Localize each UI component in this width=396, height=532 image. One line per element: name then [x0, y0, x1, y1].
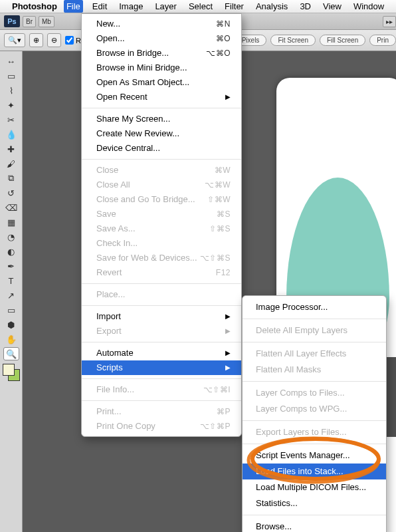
submenu-arrow-icon: ▶ [225, 325, 231, 337]
tool-crop[interactable]: ✂ [3, 113, 19, 126]
fit-screen-button[interactable]: Fit Screen [270, 35, 316, 46]
tool-brush[interactable]: 🖌 [3, 157, 19, 170]
menu-item-open[interactable]: Open...⌘O [82, 31, 241, 46]
menu-item-label: Revert [96, 267, 122, 279]
menu-layer[interactable]: Layer [152, 0, 179, 13]
print-size-button[interactable]: Prin [369, 35, 396, 46]
zoom-tool-icon[interactable]: 🔍▾ [4, 33, 25, 47]
scripts-submenu: Image Processor...Delete All Empty Layer… [242, 295, 387, 532]
submenu-arrow-icon: ▶ [225, 347, 231, 359]
zoom-out-icon[interactable]: ⊖ [47, 33, 61, 47]
menu-item-browse-in-bridge[interactable]: Browse in Bridge...⌥⌘O [82, 46, 241, 61]
menu-edit[interactable]: Edit [90, 0, 110, 13]
file-menu: New...⌘NOpen...⌘OBrowse in Bridge...⌥⌘OB… [81, 13, 242, 437]
menu-shortcut: ⇧⌘W [207, 194, 231, 205]
tool-type[interactable]: T [3, 274, 19, 287]
menu-item-label: Open As Smart Object... [96, 76, 189, 88]
menu-item-open-as-smart-object[interactable]: Open As Smart Object... [82, 75, 241, 90]
menu-shortcut: ⌘O [216, 33, 231, 45]
submenu-item-statistics[interactable]: Statistics... [243, 495, 386, 511]
menu-item-label: Close All [96, 179, 130, 191]
menu-item-label: New... [96, 18, 120, 30]
submenu-item-image-processor[interactable]: Image Processor... [243, 299, 386, 315]
menu-3d[interactable]: 3D [297, 0, 314, 13]
submenu-item-label: Load Files into Stack... [256, 466, 344, 477]
tool-3d[interactable]: ⬢ [3, 318, 19, 331]
menu-item-label: Automate [96, 347, 134, 359]
menu-item-create-new-review[interactable]: Create New Review... [82, 126, 241, 141]
menu-item-close-and-go-to-bridge: Close and Go To Bridge...⇧⌘W [82, 192, 241, 207]
tool-eyedropper[interactable]: 💧 [3, 128, 19, 141]
tool-dodge[interactable]: ◐ [3, 245, 19, 258]
zoom-in-icon[interactable]: ⊕ [29, 33, 43, 47]
submenu-item-label: Image Processor... [256, 301, 328, 313]
tool-path[interactable]: ↗ [3, 289, 19, 302]
tool-zoom[interactable]: 🔍 [3, 347, 19, 360]
menu-item-label: File Info... [96, 384, 134, 396]
submenu-item-label: Export Layers to Files... [256, 426, 347, 438]
menu-separator [243, 319, 386, 319]
menu-shortcut: ⌥⇧⌘I [203, 384, 231, 396]
panel-collapse-icon[interactable]: ▸▸ [383, 16, 396, 27]
menu-window[interactable]: Window [351, 0, 387, 13]
menu-item-label: Close [96, 164, 118, 176]
menu-item-browse-in-mini-bridge[interactable]: Browse in Mini Bridge... [82, 61, 241, 75]
menu-filter[interactable]: Filter [222, 0, 247, 13]
tools-panel: ↔ ▭ ⌇ ✦ ✂ 💧 ✚ 🖌 ⧉ ↺ ⌫ ▦ ◔ ◐ ✒ T ↗ ▭ ⬢ ✋ … [0, 51, 23, 532]
submenu-arrow-icon: ▶ [225, 91, 231, 103]
tool-move[interactable]: ↔ [3, 55, 19, 68]
submenu-item-load-multiple-dicom-files[interactable]: Load Multiple DICOM Files... [243, 479, 386, 495]
fill-screen-button[interactable]: Fill Screen [320, 35, 365, 46]
tool-marquee[interactable]: ▭ [3, 69, 19, 82]
minibridge-button[interactable]: Mb [39, 16, 54, 27]
tool-hand[interactable]: ✋ [3, 332, 19, 346]
menu-image[interactable]: Image [116, 0, 146, 13]
submenu-arrow-icon: ▶ [225, 362, 231, 374]
menu-shortcut: ⌘S [217, 208, 231, 220]
menu-file[interactable]: File [64, 0, 83, 13]
menu-item-save-for-web-devices: Save for Web & Devices...⌥⇧⌘S [82, 251, 241, 265]
menu-item-share-my-screen[interactable]: Share My Screen... [82, 112, 241, 126]
menu-item-new[interactable]: New...⌘N [82, 17, 241, 31]
tool-stamp[interactable]: ⧉ [3, 172, 19, 185]
menu-item-label: Print... [96, 406, 122, 418]
menu-item-scripts[interactable]: Scripts▶ [82, 360, 241, 375]
submenu-item-label: Statistics... [256, 497, 298, 509]
menu-select[interactable]: Select [186, 0, 215, 13]
tool-wand[interactable]: ✦ [3, 98, 19, 112]
menu-item-label: Save for Web & Devices... [96, 252, 197, 264]
color-swatches[interactable] [3, 364, 20, 381]
menu-item-automate[interactable]: Automate▶ [82, 346, 241, 360]
tool-gradient[interactable]: ▦ [3, 215, 19, 229]
menu-separator [243, 381, 386, 382]
menu-item-label: Share My Screen... [96, 113, 170, 125]
menu-item-label: Close and Go To Bridge... [96, 194, 195, 205]
tool-heal[interactable]: ✚ [3, 142, 19, 156]
app-name[interactable]: Photoshop [12, 1, 57, 11]
menu-separator [243, 420, 386, 421]
tool-history[interactable]: ↺ [3, 186, 19, 200]
menu-shortcut: ⌥⇧⌘P [200, 420, 231, 432]
resize-checkbox-input[interactable] [65, 36, 74, 45]
menu-item-label: Export [96, 325, 122, 337]
bridge-button[interactable]: Br [23, 16, 36, 27]
menu-item-print: Print...⌘P [82, 404, 241, 419]
foreground-color[interactable] [3, 364, 15, 376]
menu-item-open-recent[interactable]: Open Recent▶ [82, 90, 241, 104]
menu-item-device-central[interactable]: Device Central... [82, 141, 241, 156]
menu-item-export: Export▶ [82, 324, 241, 338]
submenu-item-load-files-into-stack[interactable]: Load Files into Stack... [243, 464, 386, 479]
menu-analysis[interactable]: Analysis [253, 0, 290, 13]
tool-shape[interactable]: ▭ [3, 303, 19, 317]
menu-shortcut: F12 [216, 267, 231, 279]
submenu-item-browse[interactable]: Browse... [243, 519, 386, 532]
menu-view[interactable]: View [320, 0, 344, 13]
tool-lasso[interactable]: ⌇ [3, 84, 19, 97]
tool-blur[interactable]: ◔ [3, 230, 19, 243]
submenu-item-script-events-manager[interactable]: Script Events Manager... [243, 448, 386, 464]
tool-pen[interactable]: ✒ [3, 259, 19, 273]
tool-eraser[interactable]: ⌫ [3, 201, 19, 214]
menu-item-import[interactable]: Import▶ [82, 309, 241, 324]
submenu-arrow-icon: ▶ [225, 311, 231, 323]
menu-item-label: Import [96, 311, 121, 323]
